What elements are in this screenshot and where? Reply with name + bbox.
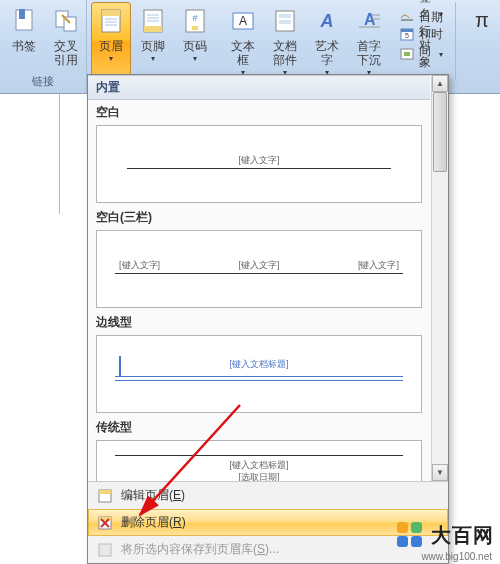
chevron-down-icon: ▾ (109, 54, 113, 63)
svg-text:π: π (475, 9, 489, 31)
svg-text:A: A (319, 11, 333, 31)
watermark-url: www.big100.net (421, 551, 492, 562)
group-label-links: 链接 (4, 74, 82, 91)
crossref-button[interactable]: 交叉 引用 (46, 2, 86, 70)
chevron-down-icon: ▾ (193, 54, 197, 63)
header-gallery-dropdown: 内置 空白 [键入文字] 空白(三栏) [键入文字] [键入文字] [键入文字]… (87, 74, 449, 564)
gallery-item-border[interactable]: 边线型 [键入文档标题] (88, 310, 430, 415)
svg-rect-42 (397, 522, 408, 533)
edit-icon (97, 488, 113, 504)
footer-icon (137, 5, 169, 37)
save-icon (97, 542, 113, 558)
svg-rect-20 (279, 14, 291, 18)
chevron-down-icon: ▾ (151, 54, 155, 63)
preview-traditional: [键入文档标题] [选取日期] (96, 440, 422, 481)
gallery-item-blank3[interactable]: 空白(三栏) [键入文字] [键入文字] [键入文字] (88, 205, 430, 310)
preview-border: [键入文档标题] (96, 335, 422, 413)
object-button[interactable]: 对象▾ (395, 44, 447, 64)
remove-header-item[interactable]: 删除页眉(R) (88, 509, 448, 536)
textbox-button[interactable]: A 文本框 ▾ (223, 2, 263, 80)
edit-header-item[interactable]: 编辑页眉(E) (88, 482, 448, 509)
svg-text:5: 5 (405, 32, 409, 39)
svg-rect-40 (99, 544, 111, 556)
footer-button[interactable]: 页脚 ▾ (133, 2, 173, 80)
scrollbar[interactable]: ▲ ▼ (431, 75, 448, 481)
remove-icon (97, 515, 113, 531)
header-button[interactable]: 页眉 ▾ (91, 2, 131, 80)
wordart-button[interactable]: A 艺术字 ▾ (307, 2, 347, 80)
parts-icon (269, 5, 301, 37)
formula-icon: π (466, 5, 498, 37)
svg-rect-35 (99, 490, 111, 494)
scroll-up-button[interactable]: ▲ (432, 75, 448, 92)
object-icon (399, 46, 415, 62)
svg-rect-45 (411, 536, 422, 547)
svg-rect-21 (279, 20, 291, 24)
watermark: 大百网 (395, 520, 494, 550)
pagenum-icon: # (179, 5, 211, 37)
formula-button-partial[interactable]: π (462, 2, 500, 42)
pagenum-button[interactable]: # 页码 ▾ (175, 2, 215, 80)
svg-rect-44 (397, 536, 408, 547)
watermark-logo-icon (395, 520, 425, 550)
datetime-icon: 5 (399, 26, 415, 42)
gallery-section-header: 内置 (88, 75, 430, 100)
header-icon (95, 5, 127, 37)
bookmark-button[interactable]: 书签 (4, 2, 44, 70)
svg-rect-32 (404, 52, 410, 56)
preview-blank: [键入文字] (96, 125, 422, 203)
svg-rect-37 (99, 517, 111, 521)
dropdown-footer: 编辑页眉(E) 删除页眉(R) 将所选内容保存到页眉库(S)... (88, 481, 448, 563)
preview-blank3: [键入文字] [键入文字] [键入文字] (96, 230, 422, 308)
parts-button[interactable]: 文档部件 ▾ (265, 2, 305, 80)
dropcap-button[interactable]: A 首字下沉 ▾ (349, 2, 389, 80)
textbox-icon: A (227, 5, 259, 37)
scroll-down-button[interactable]: ▼ (432, 464, 448, 481)
document-area (0, 94, 60, 214)
save-to-gallery-item: 将所选内容保存到页眉库(S)... (88, 536, 448, 563)
svg-rect-43 (411, 522, 422, 533)
svg-text:#: # (192, 13, 197, 23)
dropcap-icon: A (353, 5, 385, 37)
svg-rect-1 (19, 9, 25, 19)
signature-icon (399, 6, 415, 22)
crossref-icon (50, 5, 82, 37)
svg-rect-16 (192, 26, 198, 30)
bookmark-icon (8, 5, 40, 37)
svg-text:A: A (239, 14, 247, 28)
wordart-icon: A (311, 5, 343, 37)
svg-rect-5 (102, 10, 120, 16)
svg-rect-10 (144, 26, 162, 32)
gallery-item-traditional[interactable]: 传统型 [键入文档标题] [选取日期] (88, 415, 430, 481)
gallery-item-blank[interactable]: 空白 [键入文字] (88, 100, 430, 205)
scroll-thumb[interactable] (433, 92, 447, 172)
